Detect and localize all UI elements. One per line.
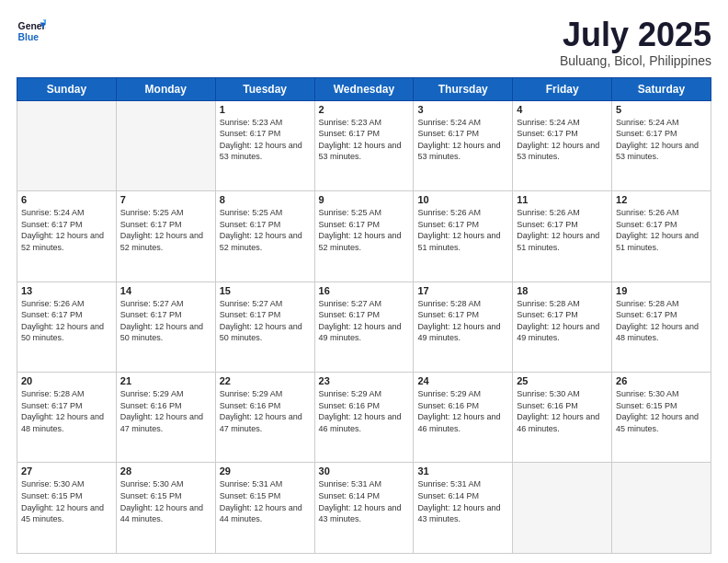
table-row: 1Sunrise: 5:23 AM Sunset: 6:17 PM Daylig…	[215, 100, 314, 190]
day-number: 26	[616, 375, 707, 386]
day-number: 29	[220, 465, 311, 477]
table-row: 22Sunrise: 5:29 AM Sunset: 6:16 PM Dayli…	[215, 373, 314, 463]
table-row: 29Sunrise: 5:31 AM Sunset: 6:15 PM Dayli…	[215, 463, 314, 554]
day-number: 12	[616, 194, 707, 205]
table-row: 15Sunrise: 5:27 AM Sunset: 6:17 PM Dayli…	[215, 282, 314, 372]
table-row: 2Sunrise: 5:23 AM Sunset: 6:17 PM Daylig…	[314, 100, 414, 190]
day-number: 1	[220, 104, 311, 115]
table-row: 17Sunrise: 5:28 AM Sunset: 6:17 PM Dayli…	[414, 282, 513, 372]
cell-info: Sunrise: 5:23 AM Sunset: 6:17 PM Dayligh…	[220, 117, 311, 163]
cell-info: Sunrise: 5:28 AM Sunset: 6:17 PM Dayligh…	[417, 298, 508, 344]
table-row: 9Sunrise: 5:25 AM Sunset: 6:17 PM Daylig…	[314, 191, 414, 282]
cell-info: Sunrise: 5:23 AM Sunset: 6:17 PM Dayligh…	[319, 117, 410, 163]
title-block: July 2025 Buluang, Bicol, Philippines	[560, 17, 711, 68]
cell-info: Sunrise: 5:31 AM Sunset: 6:14 PM Dayligh…	[319, 478, 410, 524]
table-row: 18Sunrise: 5:28 AM Sunset: 6:17 PM Dayli…	[513, 282, 612, 372]
table-row: 23Sunrise: 5:29 AM Sunset: 6:16 PM Dayli…	[314, 373, 414, 463]
calendar-week-row: 13Sunrise: 5:26 AM Sunset: 6:17 PM Dayli…	[17, 282, 711, 372]
cell-info: Sunrise: 5:24 AM Sunset: 6:17 PM Dayligh…	[517, 117, 608, 163]
table-row: 20Sunrise: 5:28 AM Sunset: 6:17 PM Dayli…	[17, 373, 117, 463]
table-row: 6Sunrise: 5:24 AM Sunset: 6:17 PM Daylig…	[17, 191, 117, 282]
cell-info: Sunrise: 5:24 AM Sunset: 6:17 PM Dayligh…	[616, 117, 707, 163]
day-number: 17	[417, 285, 508, 296]
logo: General Blue	[17, 17, 46, 46]
cell-info: Sunrise: 5:28 AM Sunset: 6:17 PM Dayligh…	[517, 298, 608, 344]
table-row	[513, 463, 612, 554]
day-number: 10	[417, 194, 508, 205]
table-row: 31Sunrise: 5:31 AM Sunset: 6:14 PM Dayli…	[414, 463, 513, 554]
cell-info: Sunrise: 5:26 AM Sunset: 6:17 PM Dayligh…	[616, 207, 707, 253]
table-row: 10Sunrise: 5:26 AM Sunset: 6:17 PM Dayli…	[414, 191, 513, 282]
cell-info: Sunrise: 5:25 AM Sunset: 6:17 PM Dayligh…	[220, 207, 311, 253]
cell-info: Sunrise: 5:25 AM Sunset: 6:17 PM Dayligh…	[120, 207, 211, 253]
cell-info: Sunrise: 5:26 AM Sunset: 6:17 PM Dayligh…	[517, 207, 608, 253]
calendar-week-row: 6Sunrise: 5:24 AM Sunset: 6:17 PM Daylig…	[17, 191, 711, 282]
col-saturday: Saturday	[612, 77, 711, 100]
cell-info: Sunrise: 5:31 AM Sunset: 6:15 PM Dayligh…	[220, 478, 311, 524]
col-sunday: Sunday	[17, 77, 117, 100]
day-number: 25	[517, 375, 608, 386]
table-row: 11Sunrise: 5:26 AM Sunset: 6:17 PM Dayli…	[513, 191, 612, 282]
calendar-week-row: 20Sunrise: 5:28 AM Sunset: 6:17 PM Dayli…	[17, 373, 711, 463]
calendar-table: Sunday Monday Tuesday Wednesday Thursday…	[17, 77, 711, 554]
table-row	[17, 100, 117, 190]
day-number: 6	[21, 194, 112, 205]
cell-info: Sunrise: 5:30 AM Sunset: 6:16 PM Dayligh…	[517, 388, 608, 434]
day-number: 18	[517, 285, 608, 296]
table-row: 24Sunrise: 5:29 AM Sunset: 6:16 PM Dayli…	[414, 373, 513, 463]
day-number: 2	[319, 104, 410, 115]
day-number: 19	[616, 285, 707, 296]
cell-info: Sunrise: 5:29 AM Sunset: 6:16 PM Dayligh…	[319, 388, 410, 434]
table-row: 13Sunrise: 5:26 AM Sunset: 6:17 PM Dayli…	[17, 282, 117, 372]
table-row: 19Sunrise: 5:28 AM Sunset: 6:17 PM Dayli…	[612, 282, 711, 372]
day-number: 23	[319, 375, 410, 386]
day-number: 4	[517, 104, 608, 115]
cell-info: Sunrise: 5:30 AM Sunset: 6:15 PM Dayligh…	[616, 388, 707, 434]
table-row: 14Sunrise: 5:27 AM Sunset: 6:17 PM Dayli…	[116, 282, 215, 372]
cell-info: Sunrise: 5:30 AM Sunset: 6:15 PM Dayligh…	[21, 478, 112, 524]
day-number: 14	[120, 285, 211, 296]
table-row	[116, 100, 215, 190]
svg-text:Blue: Blue	[18, 32, 40, 42]
cell-info: Sunrise: 5:29 AM Sunset: 6:16 PM Dayligh…	[220, 388, 311, 434]
day-number: 9	[319, 194, 410, 205]
table-row: 28Sunrise: 5:30 AM Sunset: 6:15 PM Dayli…	[116, 463, 215, 554]
day-number: 27	[21, 465, 112, 477]
col-friday: Friday	[513, 77, 612, 100]
table-row: 26Sunrise: 5:30 AM Sunset: 6:15 PM Dayli…	[612, 373, 711, 463]
day-number: 22	[220, 375, 311, 386]
cell-info: Sunrise: 5:24 AM Sunset: 6:17 PM Dayligh…	[21, 207, 112, 253]
col-tuesday: Tuesday	[215, 77, 314, 100]
day-number: 5	[616, 104, 707, 115]
cell-info: Sunrise: 5:30 AM Sunset: 6:15 PM Dayligh…	[120, 478, 211, 524]
col-monday: Monday	[116, 77, 215, 100]
col-wednesday: Wednesday	[314, 77, 414, 100]
location: Buluang, Bicol, Philippines	[560, 53, 711, 68]
table-row: 30Sunrise: 5:31 AM Sunset: 6:14 PM Dayli…	[314, 463, 414, 554]
table-row: 16Sunrise: 5:27 AM Sunset: 6:17 PM Dayli…	[314, 282, 414, 372]
table-row: 8Sunrise: 5:25 AM Sunset: 6:17 PM Daylig…	[215, 191, 314, 282]
cell-info: Sunrise: 5:27 AM Sunset: 6:17 PM Dayligh…	[120, 298, 211, 344]
day-number: 7	[120, 194, 211, 205]
day-number: 20	[21, 375, 112, 386]
table-row: 21Sunrise: 5:29 AM Sunset: 6:16 PM Dayli…	[116, 373, 215, 463]
day-number: 28	[120, 465, 211, 477]
cell-info: Sunrise: 5:26 AM Sunset: 6:17 PM Dayligh…	[21, 298, 112, 344]
month-title: July 2025	[560, 17, 711, 53]
cell-info: Sunrise: 5:24 AM Sunset: 6:17 PM Dayligh…	[417, 117, 508, 163]
page: General Blue July 2025 Buluang, Bicol, P…	[0, 0, 728, 563]
cell-info: Sunrise: 5:26 AM Sunset: 6:17 PM Dayligh…	[417, 207, 508, 253]
table-row: 4Sunrise: 5:24 AM Sunset: 6:17 PM Daylig…	[513, 100, 612, 190]
day-number: 16	[319, 285, 410, 296]
cell-info: Sunrise: 5:28 AM Sunset: 6:17 PM Dayligh…	[21, 388, 112, 434]
cell-info: Sunrise: 5:29 AM Sunset: 6:16 PM Dayligh…	[120, 388, 211, 434]
header: General Blue July 2025 Buluang, Bicol, P…	[17, 17, 711, 68]
day-number: 3	[417, 104, 508, 115]
day-number: 13	[21, 285, 112, 296]
day-number: 30	[319, 465, 410, 477]
table-row: 27Sunrise: 5:30 AM Sunset: 6:15 PM Dayli…	[17, 463, 117, 554]
cell-info: Sunrise: 5:29 AM Sunset: 6:16 PM Dayligh…	[417, 388, 508, 434]
cell-info: Sunrise: 5:25 AM Sunset: 6:17 PM Dayligh…	[319, 207, 410, 253]
cell-info: Sunrise: 5:27 AM Sunset: 6:17 PM Dayligh…	[319, 298, 410, 344]
table-row: 5Sunrise: 5:24 AM Sunset: 6:17 PM Daylig…	[612, 100, 711, 190]
